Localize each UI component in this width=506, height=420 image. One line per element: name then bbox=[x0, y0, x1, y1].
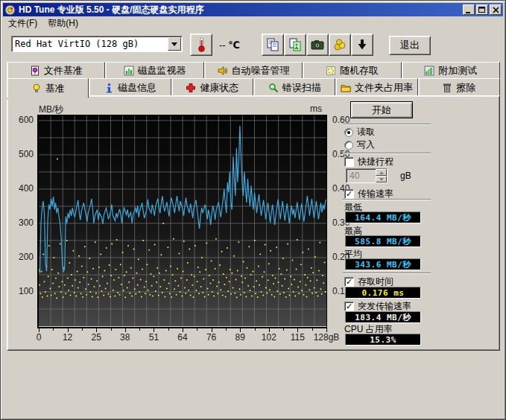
window-title: HD Tune 专业版 5.50 - 硬盘/固态硬盘实用程序 bbox=[19, 4, 461, 16]
tab-disk-monitor[interactable]: 磁盘监视器 bbox=[105, 62, 203, 78]
axis-tick-mark bbox=[226, 328, 227, 331]
tab-row-secondary: 文件基准 磁盘监视器 自动噪音管理 随机存取 附加测试 bbox=[7, 62, 500, 78]
random-access-icon bbox=[326, 66, 336, 76]
x-axis-tick-labels: 012253851647689102115128gB bbox=[39, 332, 337, 343]
drive-select-dropdown-button[interactable] bbox=[168, 37, 181, 51]
tab-label: 文件基准 bbox=[44, 64, 83, 77]
axis-tick-mark bbox=[255, 328, 256, 331]
save-results-button[interactable] bbox=[351, 34, 373, 56]
aam-icon bbox=[218, 66, 228, 76]
tab-row-primary: 基准 磁盘信息 健康状态 错误扫描 文件夹占用率 擦除 bbox=[7, 78, 500, 96]
axis-tick-label: 500 bbox=[19, 149, 34, 159]
triangle-down-icon bbox=[379, 178, 384, 181]
transfer-rate-checkbox[interactable]: ✓ bbox=[344, 189, 354, 199]
tab-label: 随机存取 bbox=[340, 64, 379, 77]
separator bbox=[343, 273, 431, 274]
short-stroke-checkbox[interactable] bbox=[344, 157, 354, 167]
toolbar: Red Hat VirtIO (128 gB) -- ℃ 退出 bbox=[3, 31, 503, 60]
tab-label: 自动噪音管理 bbox=[232, 64, 290, 77]
read-mode-option[interactable]: 读取 bbox=[344, 126, 375, 139]
short-stroke-option[interactable]: 快捷行程 bbox=[344, 156, 393, 168]
separator bbox=[343, 153, 431, 154]
axis-tick-label: 300 bbox=[19, 217, 34, 228]
erase-icon bbox=[442, 83, 452, 93]
read-radio-label: 读取 bbox=[357, 126, 375, 139]
menu-bar: 文件(F) 帮助(H) bbox=[3, 16, 503, 31]
cpu-usage-display: 15.3% bbox=[345, 334, 421, 346]
close-button[interactable] bbox=[490, 4, 502, 15]
tab-benchmark[interactable]: 基准 bbox=[7, 78, 89, 98]
min-transfer-rate-display: 164.4 MB/秒 bbox=[345, 211, 421, 223]
screenshot-button[interactable] bbox=[306, 34, 329, 56]
axis-tick-mark bbox=[197, 328, 197, 331]
axis-tick-label: 400 bbox=[19, 183, 34, 194]
tab-folder-usage[interactable]: 文件夹占用率 bbox=[335, 78, 417, 96]
minimize-button[interactable] bbox=[463, 4, 475, 15]
axis-tick-label: 38 bbox=[112, 332, 139, 343]
menu-help[interactable]: 帮助(H) bbox=[42, 16, 83, 31]
disk-monitor-icon bbox=[124, 66, 134, 76]
tab-error-scan[interactable]: 错误扫描 bbox=[253, 78, 335, 96]
title-bar[interactable]: HD Tune 专业版 5.50 - 硬盘/固态硬盘实用程序 bbox=[3, 3, 503, 16]
avg-transfer-rate-display: 343.6 MB/秒 bbox=[345, 258, 421, 270]
axis-tick-label: 102 bbox=[256, 332, 282, 343]
tab-aam[interactable]: 自动噪音管理 bbox=[204, 62, 303, 78]
tab-health[interactable]: 健康状态 bbox=[171, 78, 253, 96]
app-window: HD Tune 专业版 5.50 - 硬盘/固态硬盘实用程序 文件(F) 帮助(… bbox=[0, 0, 506, 420]
access-time-checkbox[interactable]: ✓ bbox=[344, 277, 354, 287]
axis-tick-label: 200 bbox=[19, 252, 34, 262]
chevron-down-icon bbox=[171, 42, 177, 46]
write-radio-label: 写入 bbox=[357, 139, 375, 151]
tab-disk-info[interactable]: 磁盘信息 bbox=[89, 78, 171, 96]
copy-text-button[interactable] bbox=[262, 34, 284, 56]
menu-file[interactable]: 文件(F) bbox=[3, 16, 42, 31]
save-icon bbox=[355, 37, 370, 52]
triangle-up-icon bbox=[379, 171, 384, 174]
y-left-tick-labels: 600500400300200100 bbox=[7, 115, 35, 328]
donate-button[interactable] bbox=[329, 34, 351, 56]
app-icon bbox=[4, 4, 16, 16]
burst-rate-checkbox[interactable]: ✓ bbox=[344, 302, 354, 311]
tab-label: 附加测试 bbox=[438, 64, 477, 77]
tab-file-benchmark[interactable]: 文件基准 bbox=[7, 62, 105, 78]
temperature-readout: -- ℃ bbox=[219, 39, 240, 51]
axis-tick-label: 0 bbox=[25, 332, 52, 343]
copy-image-button[interactable] bbox=[284, 34, 306, 56]
tab-erase[interactable]: 擦除 bbox=[418, 78, 500, 96]
tab-label: 文件夹占用率 bbox=[355, 81, 413, 95]
axis-tick-mark bbox=[82, 328, 83, 331]
axis-tick-label: 600 bbox=[19, 115, 34, 125]
donate-icon bbox=[332, 37, 347, 52]
axis-tick-label: 128gB bbox=[313, 332, 340, 343]
temperature-button[interactable] bbox=[190, 34, 212, 56]
tab-label: 擦除 bbox=[456, 81, 475, 95]
max-transfer-rate-display: 585.8 MB/秒 bbox=[345, 235, 421, 247]
y-right-axis-title: ms bbox=[310, 104, 322, 114]
axis-tick-label: 64 bbox=[169, 332, 196, 343]
tab-label: 错误扫描 bbox=[282, 81, 321, 95]
write-radio[interactable] bbox=[344, 141, 353, 150]
access-time-display: 0.176 ms bbox=[345, 287, 421, 299]
read-radio[interactable] bbox=[344, 128, 353, 137]
short-stroke-size-spinner[interactable]: 40 bbox=[346, 168, 388, 183]
tab-extra-tests[interactable]: 附加测试 bbox=[402, 62, 500, 78]
copy-image-icon bbox=[288, 37, 303, 52]
spinner-up-button[interactable] bbox=[376, 169, 387, 176]
burst-rate-display: 183.4 MB/秒 bbox=[345, 311, 421, 323]
tab-label: 健康状态 bbox=[200, 81, 238, 95]
exit-button[interactable]: 退出 bbox=[389, 36, 431, 55]
maximize-button[interactable] bbox=[476, 4, 488, 15]
benchmark-icon bbox=[31, 83, 42, 94]
drive-select-value: Red Hat VirtIO (128 gB) bbox=[12, 39, 167, 49]
camera-icon bbox=[310, 37, 325, 52]
axis-tick-mark bbox=[283, 328, 284, 331]
start-button[interactable]: 开始 bbox=[350, 101, 413, 118]
tab-random-access[interactable]: 随机存取 bbox=[303, 62, 401, 78]
write-mode-option[interactable]: 写入 bbox=[344, 139, 375, 151]
disk-info-icon bbox=[104, 83, 114, 93]
short-stroke-size-value: 40 bbox=[347, 171, 376, 181]
tab-label: 磁盘监视器 bbox=[138, 64, 186, 77]
exit-button-label: 退出 bbox=[400, 39, 420, 52]
spinner-down-button[interactable] bbox=[376, 176, 387, 182]
drive-select[interactable]: Red Hat VirtIO (128 gB) bbox=[11, 36, 183, 52]
